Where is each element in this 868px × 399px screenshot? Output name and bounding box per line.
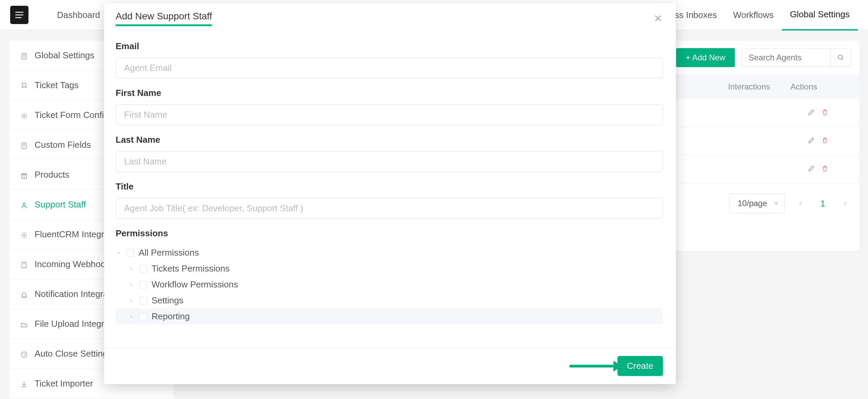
last-name-input[interactable] (116, 151, 663, 172)
caret-right-icon (129, 298, 135, 303)
first-name-label: First Name (116, 88, 663, 98)
tree-item-workflow-permissions[interactable]: Workflow Permissions (116, 277, 663, 293)
checkbox[interactable] (139, 297, 147, 304)
permissions-tree: All Permissions Tickets Permissions (116, 245, 663, 324)
caret-right-icon (129, 266, 135, 271)
close-button[interactable]: ✕ (654, 13, 662, 24)
title-input[interactable] (116, 198, 663, 219)
email-label: Email (116, 41, 663, 52)
last-name-label: Last Name (116, 135, 663, 145)
modal-overlay: Add New Support Staff ✕ Email First Name… (0, 0, 868, 399)
form-group-first-name: First Name (116, 88, 663, 125)
permissions-label: Permissions (116, 228, 663, 239)
tree-item-tickets-permissions[interactable]: Tickets Permissions (116, 261, 663, 277)
first-name-input[interactable] (116, 104, 663, 125)
arrow-line (569, 365, 613, 367)
checkbox[interactable] (139, 281, 147, 288)
close-icon: ✕ (654, 13, 662, 24)
checkbox[interactable] (139, 313, 147, 320)
checkbox[interactable] (139, 265, 147, 273)
form-group-last-name: Last Name (116, 135, 663, 172)
tree-item-reporting[interactable]: Reporting (116, 308, 663, 324)
tree-label: Reporting (152, 311, 190, 322)
form-group-title: Title (116, 181, 663, 219)
title-label: Title (116, 181, 663, 192)
modal-footer: Create (104, 347, 676, 384)
create-button[interactable]: Create (617, 356, 663, 376)
tree-label: Workflow Permissions (152, 279, 238, 290)
tree-item-all-permissions[interactable]: All Permissions (116, 245, 663, 261)
checkbox[interactable] (126, 249, 134, 257)
arrow-annotation (569, 361, 622, 372)
email-input[interactable] (116, 58, 663, 78)
form-group-permissions: Permissions All Permissions (116, 228, 663, 324)
tree-item-settings[interactable]: Settings (116, 293, 663, 308)
tree-label: All Permissions (139, 247, 199, 258)
modal-title: Add New Support Staff (116, 11, 212, 26)
add-support-staff-modal: Add New Support Staff ✕ Email First Name… (104, 3, 676, 384)
tree-label: Tickets Permissions (152, 263, 230, 274)
form-group-email: Email (116, 41, 663, 78)
modal-body: Email First Name Last Name Title Permiss… (104, 32, 676, 347)
caret-right-icon (129, 314, 135, 319)
caret-down-icon (116, 251, 122, 255)
modal-header: Add New Support Staff ✕ (104, 3, 676, 32)
caret-right-icon (129, 282, 135, 287)
arrow-head-icon (613, 361, 622, 372)
tree-label: Settings (152, 295, 183, 306)
